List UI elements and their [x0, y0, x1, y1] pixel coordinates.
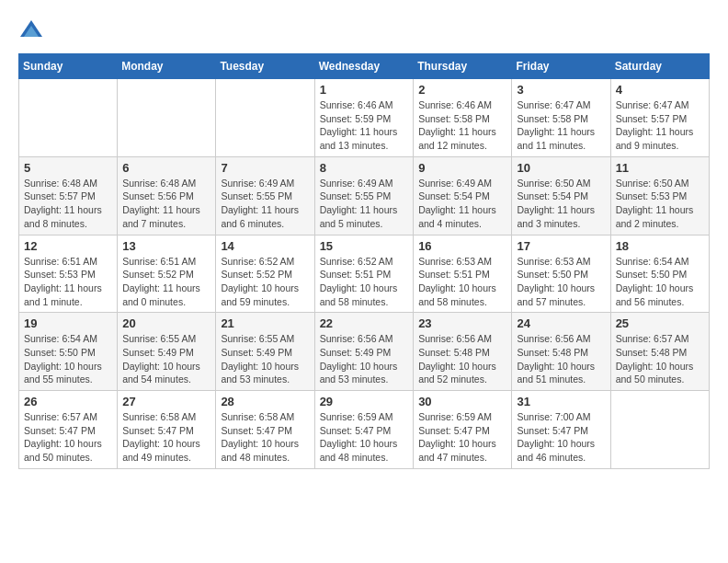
day-number: 20	[122, 316, 210, 330]
day-info: Sunrise: 6:51 AMSunset: 5:52 PMDaylight:…	[122, 256, 200, 307]
calendar-cell: 18 Sunrise: 6:54 AMSunset: 5:50 PMDaylig…	[610, 235, 709, 313]
calendar-cell: 22 Sunrise: 6:56 AMSunset: 5:49 PMDaylig…	[314, 313, 414, 391]
day-number: 4	[616, 83, 704, 97]
day-number: 22	[320, 316, 409, 330]
day-info: Sunrise: 6:52 AMSunset: 5:52 PMDaylight:…	[221, 256, 299, 307]
day-info: Sunrise: 6:56 AMSunset: 5:48 PMDaylight:…	[418, 333, 496, 385]
calendar-cell: 8 Sunrise: 6:49 AMSunset: 5:55 PMDayligh…	[314, 156, 414, 235]
calendar-cell: 3 Sunrise: 6:47 AMSunset: 5:58 PMDayligh…	[512, 79, 610, 157]
calendar-cell: 1 Sunrise: 6:46 AMSunset: 5:59 PMDayligh…	[314, 79, 414, 157]
day-info: Sunrise: 6:55 AMSunset: 5:49 PMDaylight:…	[221, 333, 299, 385]
logo	[18, 18, 48, 44]
day-number: 18	[616, 239, 704, 253]
calendar-week-row: 26 Sunrise: 6:57 AMSunset: 5:47 PMDaylig…	[19, 391, 710, 469]
calendar-cell: 11 Sunrise: 6:50 AMSunset: 5:53 PMDaylig…	[610, 156, 709, 235]
day-number: 27	[122, 395, 210, 408]
day-info: Sunrise: 6:57 AMSunset: 5:48 PMDaylight:…	[616, 333, 694, 385]
calendar-cell: 28 Sunrise: 6:58 AMSunset: 5:47 PMDaylig…	[216, 391, 314, 469]
day-info: Sunrise: 6:51 AMSunset: 5:53 PMDaylight:…	[24, 256, 102, 307]
calendar-cell: 20 Sunrise: 6:55 AMSunset: 5:49 PMDaylig…	[118, 313, 216, 391]
day-info: Sunrise: 6:54 AMSunset: 5:50 PMDaylight:…	[24, 333, 102, 385]
weekday-header: Saturday	[610, 54, 709, 79]
day-info: Sunrise: 6:47 AMSunset: 5:58 PMDaylight:…	[517, 99, 595, 151]
day-number: 12	[24, 239, 112, 253]
calendar-cell: 13 Sunrise: 6:51 AMSunset: 5:52 PMDaylig…	[118, 235, 216, 313]
calendar-cell: 9 Sunrise: 6:49 AMSunset: 5:54 PMDayligh…	[414, 156, 512, 235]
day-number: 24	[517, 316, 605, 330]
day-number: 25	[616, 316, 704, 330]
day-number: 19	[24, 316, 112, 330]
day-number: 3	[517, 83, 605, 97]
weekday-header: Tuesday	[216, 54, 314, 79]
day-info: Sunrise: 6:49 AMSunset: 5:54 PMDaylight:…	[418, 178, 496, 229]
day-number: 1	[320, 83, 409, 97]
day-info: Sunrise: 6:59 AMSunset: 5:47 PMDaylight:…	[418, 411, 496, 463]
day-info: Sunrise: 6:53 AMSunset: 5:51 PMDaylight:…	[418, 256, 496, 307]
day-number: 6	[122, 161, 210, 175]
calendar-cell: 15 Sunrise: 6:52 AMSunset: 5:51 PMDaylig…	[314, 235, 414, 313]
day-number: 11	[616, 161, 704, 175]
calendar-table: SundayMondayTuesdayWednesdayThursdayFrid…	[18, 53, 710, 469]
calendar-cell: 7 Sunrise: 6:49 AMSunset: 5:55 PMDayligh…	[216, 156, 314, 235]
weekday-header: Wednesday	[314, 54, 414, 79]
calendar-cell: 12 Sunrise: 6:51 AMSunset: 5:53 PMDaylig…	[19, 235, 118, 313]
calendar-week-row: 1 Sunrise: 6:46 AMSunset: 5:59 PMDayligh…	[19, 79, 710, 157]
weekday-header-row: SundayMondayTuesdayWednesdayThursdayFrid…	[19, 54, 710, 79]
calendar-cell: 23 Sunrise: 6:56 AMSunset: 5:48 PMDaylig…	[414, 313, 512, 391]
day-info: Sunrise: 6:50 AMSunset: 5:53 PMDaylight:…	[616, 178, 694, 229]
day-info: Sunrise: 6:48 AMSunset: 5:56 PMDaylight:…	[122, 178, 200, 229]
day-info: Sunrise: 6:50 AMSunset: 5:54 PMDaylight:…	[517, 178, 595, 229]
calendar-cell: 16 Sunrise: 6:53 AMSunset: 5:51 PMDaylig…	[414, 235, 512, 313]
calendar-cell: 10 Sunrise: 6:50 AMSunset: 5:54 PMDaylig…	[512, 156, 610, 235]
day-number: 8	[320, 161, 409, 175]
calendar-week-row: 5 Sunrise: 6:48 AMSunset: 5:57 PMDayligh…	[19, 156, 710, 235]
day-number: 2	[418, 83, 506, 97]
day-info: Sunrise: 6:54 AMSunset: 5:50 PMDaylight:…	[616, 256, 694, 307]
day-number: 15	[320, 239, 409, 253]
day-info: Sunrise: 7:00 AMSunset: 5:47 PMDaylight:…	[517, 411, 595, 463]
weekday-header: Thursday	[414, 54, 512, 79]
calendar-cell: 31 Sunrise: 7:00 AMSunset: 5:47 PMDaylig…	[512, 391, 610, 469]
calendar-cell: 29 Sunrise: 6:59 AMSunset: 5:47 PMDaylig…	[314, 391, 414, 469]
calendar-cell: 2 Sunrise: 6:46 AMSunset: 5:58 PMDayligh…	[414, 79, 512, 157]
calendar-cell: 17 Sunrise: 6:53 AMSunset: 5:50 PMDaylig…	[512, 235, 610, 313]
weekday-header: Friday	[512, 54, 610, 79]
page-header	[18, 18, 710, 44]
day-number: 13	[122, 239, 210, 253]
day-number: 10	[517, 161, 605, 175]
day-info: Sunrise: 6:47 AMSunset: 5:57 PMDaylight:…	[616, 99, 694, 151]
calendar-cell	[19, 79, 118, 157]
logo-icon	[18, 18, 44, 44]
day-number: 31	[517, 395, 605, 408]
calendar-cell: 21 Sunrise: 6:55 AMSunset: 5:49 PMDaylig…	[216, 313, 314, 391]
day-info: Sunrise: 6:53 AMSunset: 5:50 PMDaylight:…	[517, 256, 595, 307]
calendar-cell: 6 Sunrise: 6:48 AMSunset: 5:56 PMDayligh…	[118, 156, 216, 235]
calendar-cell	[118, 79, 216, 157]
weekday-header: Monday	[118, 54, 216, 79]
calendar-cell	[610, 391, 709, 469]
day-number: 5	[24, 161, 112, 175]
calendar-week-row: 12 Sunrise: 6:51 AMSunset: 5:53 PMDaylig…	[19, 235, 710, 313]
calendar-cell: 14 Sunrise: 6:52 AMSunset: 5:52 PMDaylig…	[216, 235, 314, 313]
day-info: Sunrise: 6:48 AMSunset: 5:57 PMDaylight:…	[24, 178, 102, 229]
day-number: 9	[418, 161, 506, 175]
day-number: 23	[418, 316, 506, 330]
calendar-cell: 19 Sunrise: 6:54 AMSunset: 5:50 PMDaylig…	[19, 313, 118, 391]
day-info: Sunrise: 6:58 AMSunset: 5:47 PMDaylight:…	[221, 411, 299, 463]
day-number: 7	[221, 161, 309, 175]
day-info: Sunrise: 6:46 AMSunset: 5:58 PMDaylight:…	[418, 99, 496, 151]
calendar-cell: 24 Sunrise: 6:56 AMSunset: 5:48 PMDaylig…	[512, 313, 610, 391]
calendar-cell: 25 Sunrise: 6:57 AMSunset: 5:48 PMDaylig…	[610, 313, 709, 391]
day-info: Sunrise: 6:59 AMSunset: 5:47 PMDaylight:…	[320, 411, 398, 463]
day-info: Sunrise: 6:52 AMSunset: 5:51 PMDaylight:…	[320, 256, 398, 307]
calendar-week-row: 19 Sunrise: 6:54 AMSunset: 5:50 PMDaylig…	[19, 313, 710, 391]
weekday-header: Sunday	[19, 54, 118, 79]
calendar-cell: 5 Sunrise: 6:48 AMSunset: 5:57 PMDayligh…	[19, 156, 118, 235]
day-info: Sunrise: 6:49 AMSunset: 5:55 PMDaylight:…	[221, 178, 299, 229]
calendar-cell: 4 Sunrise: 6:47 AMSunset: 5:57 PMDayligh…	[610, 79, 709, 157]
day-number: 26	[24, 395, 112, 408]
day-number: 17	[517, 239, 605, 253]
day-number: 30	[418, 395, 506, 408]
day-info: Sunrise: 6:49 AMSunset: 5:55 PMDaylight:…	[320, 178, 398, 229]
day-number: 14	[221, 239, 309, 253]
